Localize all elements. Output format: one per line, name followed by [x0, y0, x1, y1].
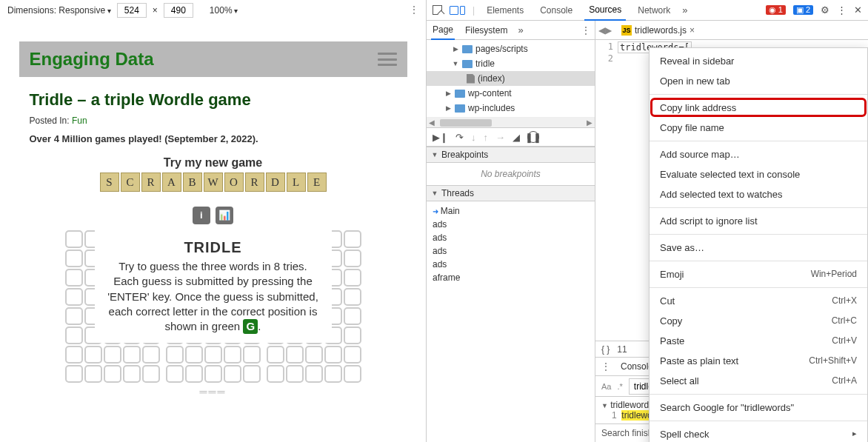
close-icon[interactable]: ✕ — [854, 4, 862, 16]
tabs-scroll-icon[interactable]: ◀▶ — [598, 25, 612, 36]
folder-icon — [455, 90, 465, 98]
stats-icon[interactable]: 📊 — [216, 207, 233, 224]
tree-pages-scripts[interactable]: ▶pages/scripts — [427, 41, 595, 56]
drawer-kebab-icon[interactable]: ⋮ — [601, 361, 610, 372]
tree-hscroll[interactable]: ◀▶ — [427, 117, 595, 127]
tab-elements[interactable]: Elements — [482, 1, 528, 20]
deactivate-bp-icon[interactable]: ◢ — [513, 132, 520, 143]
width-input[interactable] — [117, 3, 147, 18]
scrabwordle-tiles[interactable]: SCRABWORDLE — [30, 173, 397, 192]
ctx-paste[interactable]: PasteCtrl+V — [650, 331, 867, 351]
tree-tridle[interactable]: ▼tridle — [427, 56, 595, 71]
tile-B: B — [183, 173, 202, 192]
cursor-pos: 11 — [617, 344, 627, 355]
message-badge[interactable]: ▣ 2 — [793, 5, 813, 15]
resume-icon[interactable]: ▶❙ — [433, 132, 448, 143]
ctx-copy-file[interactable]: Copy file name — [650, 118, 867, 138]
grid-cell — [324, 365, 342, 383]
height-input[interactable] — [164, 3, 193, 18]
tab-page[interactable]: Page — [431, 21, 455, 40]
ctx-watch[interactable]: Add selected text to watches — [650, 184, 867, 204]
file-tree[interactable]: ▶pages/scripts ▼tridle (index) ▶wp-conte… — [427, 40, 595, 117]
pretty-print-icon[interactable]: { } — [601, 344, 610, 355]
tile-D: D — [266, 173, 285, 192]
ctx-eval[interactable]: Evaluate selected text in console — [650, 164, 867, 184]
close-tab-icon[interactable]: × — [690, 25, 695, 36]
kebab-icon[interactable]: ⋮ — [837, 4, 847, 16]
tab-network[interactable]: Network — [633, 1, 675, 20]
threads-header[interactable]: ▼Threads — [427, 185, 595, 201]
ctx-google[interactable]: Search Google for "tridlewords" — [650, 398, 867, 418]
nav-overflow-icon[interactable]: » — [518, 24, 523, 36]
thread-ads[interactable]: ads — [433, 218, 589, 231]
dimensions-dropdown[interactable]: Dimensions: Responsive — [7, 5, 111, 16]
ctx-emoji[interactable]: EmojiWin+Period — [650, 264, 867, 284]
ctx-saveas[interactable]: Save as… — [650, 238, 867, 258]
tile-W: W — [204, 173, 223, 192]
ctx-reveal[interactable]: Reveal in sidebar — [650, 51, 867, 71]
thread-ads[interactable]: ads — [433, 258, 589, 271]
grid-cell — [104, 365, 121, 383]
tree-wp-includes[interactable]: ▶wp-includes — [427, 101, 595, 115]
grid-cell — [267, 346, 284, 364]
error-badge[interactable]: ◉ 1 — [766, 5, 786, 15]
ctx-spell[interactable]: Spell check — [650, 424, 867, 442]
ctx-select-all[interactable]: Select allCtrl+A — [650, 371, 867, 391]
ctx-add-map[interactable]: Add source map… — [650, 144, 867, 164]
ctx-cut[interactable]: CutCtrl+X — [650, 291, 867, 311]
regex-toggle[interactable]: .* — [617, 382, 622, 391]
tile-E: E — [307, 173, 327, 192]
instruction-modal: TRIDLE Try to guess the three words in 8… — [95, 230, 332, 343]
zoom-dropdown[interactable]: 100% — [210, 5, 238, 16]
grid-cell — [344, 327, 361, 344]
thread-main[interactable]: Main — [433, 204, 589, 218]
preview-toolbar: Dimensions: Responsive × 100% ⋮ — [0, 0, 426, 21]
tab-sources[interactable]: Sources — [584, 0, 626, 21]
step-into-icon[interactable]: ↓ — [471, 132, 476, 143]
ctx-ignore[interactable]: Add script to ignore list — [650, 211, 867, 231]
ctx-open-tab[interactable]: Open in new tab — [650, 71, 867, 91]
grid-cell — [324, 346, 342, 364]
thread-ads[interactable]: ads — [433, 231, 589, 244]
threads-list: Main ads ads ads ads aframe — [427, 201, 595, 287]
ctx-copy-link[interactable]: Copy link address — [650, 98, 867, 118]
tabs-overflow-icon[interactable]: » — [682, 4, 687, 16]
debugger-toolbar: ▶❙ ↷ ↓ ↑ → ◢ ❚❚ — [427, 127, 595, 147]
case-toggle[interactable]: Aa — [601, 382, 611, 391]
tile-R: R — [141, 173, 161, 192]
inspect-icon[interactable] — [433, 5, 442, 15]
ctx-copy[interactable]: CopyCtrl+C — [650, 311, 867, 331]
tagline: Over 4 Million games played! (September … — [30, 133, 397, 144]
device-toggle-icon[interactable] — [450, 6, 465, 15]
drag-handle-icon[interactable]: ═══ — [30, 383, 397, 401]
preview-more-icon[interactable]: ⋮ — [410, 4, 418, 15]
grid-cell — [123, 346, 141, 364]
step-out-icon[interactable]: ↑ — [484, 132, 489, 143]
file-tab-tridlewords[interactable]: JS tridlewords.js × — [615, 21, 701, 39]
info-icon[interactable]: i — [193, 207, 210, 224]
thread-ads[interactable]: ads — [433, 244, 589, 258]
tree-index[interactable]: (index) — [427, 71, 595, 86]
grid-cell — [344, 307, 361, 325]
step-over-icon[interactable]: ↷ — [455, 132, 464, 143]
grid-cell — [166, 365, 184, 383]
tree-wp-content[interactable]: ▶wp-content — [427, 86, 595, 101]
grid-cell — [344, 230, 361, 248]
thread-aframe[interactable]: aframe — [433, 271, 589, 284]
pause-exception-icon[interactable]: ❚❚ — [527, 131, 539, 143]
gear-icon[interactable]: ⚙ — [821, 4, 829, 16]
grid-cell — [344, 269, 361, 287]
nav-kebab-icon[interactable]: ⋮ — [581, 25, 590, 36]
tab-console[interactable]: Console — [535, 1, 577, 20]
hamburger-icon[interactable] — [378, 53, 397, 66]
breakpoints-header[interactable]: ▼Breakpoints — [427, 147, 595, 163]
tab-filesystem[interactable]: Filesystem — [464, 21, 509, 39]
tile-O: O — [224, 173, 244, 192]
grid-cell — [243, 365, 261, 383]
nav-subtabs: Page Filesystem » ⋮ — [427, 21, 595, 40]
step-icon[interactable]: → — [495, 132, 505, 143]
ctx-paste-plain[interactable]: Paste as plain textCtrl+Shift+V — [650, 351, 867, 371]
page-content: Engaging Data Tridle – a triple Wordle g… — [19, 28, 407, 435]
category-link[interactable]: Fun — [72, 115, 87, 126]
grid-cell — [65, 269, 83, 287]
